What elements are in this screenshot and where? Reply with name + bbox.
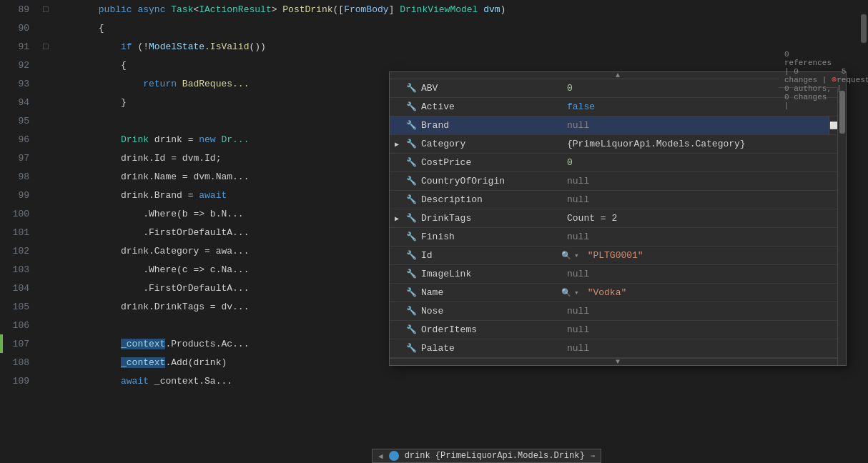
wrench-icon-brand: 🔧 <box>404 120 418 131</box>
debug-row-brand[interactable]: 🔧 Brand null ⬜ <box>390 116 846 135</box>
expand-icon-drinktags[interactable]: ▶ <box>390 214 404 223</box>
wrench-icon-nose: 🔧 <box>404 306 418 317</box>
debug-row-drinktags[interactable]: ▶ 🔧 DrinkTags Count = 2 <box>390 209 846 228</box>
debug-row-nose[interactable]: 🔧 Nose null <box>390 302 846 321</box>
prop-name-imagelink: ImageLink <box>418 269 561 279</box>
debug-row-finish[interactable]: 🔧 Finish null <box>390 228 846 247</box>
prop-name-brand: Brand <box>418 120 561 131</box>
prop-name-finish: Finish <box>418 231 561 242</box>
wrench-icon-name: 🔧 <box>404 287 418 298</box>
prop-name-id: Id <box>418 250 561 261</box>
wrench-icon-id: 🔧 <box>404 250 418 261</box>
debug-scrollbar[interactable] <box>837 88 846 365</box>
prop-value-category: {PrimeLiquorApi.Models.Category} <box>561 139 846 149</box>
prop-value-countryoforigin: null <box>561 176 846 186</box>
prop-value-palate: null <box>561 343 846 354</box>
fold-89[interactable]: □ <box>39 4 52 15</box>
scroll-down[interactable]: ▼ <box>390 358 846 365</box>
prop-value-orderitems: null <box>561 324 846 335</box>
debug-row-imagelink[interactable]: 🔧 ImageLink null <box>390 265 846 284</box>
prop-name-active: Active <box>418 101 561 112</box>
prop-name-orderitems: OrderItems <box>418 324 561 335</box>
resize-handle[interactable]: ⬜ <box>829 116 837 134</box>
code-line-91: 91 □ if (!ModelState.IsValid()) <box>0 37 868 56</box>
meta-text: 0 references | 0 changes | 0 authors, 0 … <box>784 50 832 110</box>
arrow-right-icon[interactable]: ➟ <box>591 452 596 461</box>
prop-name-name: Name <box>418 287 561 298</box>
arrow-left-icon[interactable]: ◀ <box>378 452 383 461</box>
code-line-89: 89 □ public async Task<IActionResult> Po… <box>0 0 868 19</box>
prop-value-brand: null <box>561 120 846 131</box>
debug-row-costprice[interactable]: 🔧 CostPrice 0 <box>390 154 846 172</box>
status-text: drink {PrimeLiquorApi.Models.Drink} <box>405 451 585 461</box>
debug-row-countryoforigin[interactable]: 🔧 CountryOfOrigin null <box>390 172 846 191</box>
prop-value-imagelink: null <box>561 269 846 279</box>
requests-text: 5 requests | <box>837 67 868 93</box>
prop-value-costprice: 0 <box>561 157 846 168</box>
wrench-icon-drinktags: 🔧 <box>404 213 418 224</box>
wrench-icon-finish: 🔧 <box>404 231 418 242</box>
scrollbar-thumb <box>839 91 845 134</box>
debug-row-id[interactable]: 🔧 Id 🔍 ▾ "PLTG0001" <box>390 247 846 265</box>
gutter-bar-107 <box>0 334 3 353</box>
dropdown-action-icon-id[interactable]: ▾ <box>574 251 579 260</box>
wrench-icon-description: 🔧 <box>404 194 418 205</box>
expand-icon-category[interactable]: ▶ <box>390 140 404 149</box>
prop-name-costprice: CostPrice <box>418 157 561 168</box>
wrench-icon-palate: 🔧 <box>404 343 418 354</box>
status-dot <box>389 451 399 461</box>
prop-value-drinktags: Count = 2 <box>561 213 846 224</box>
debug-row-palate[interactable]: 🔧 Palate null <box>390 339 846 358</box>
prop-name-drinktags: DrinkTags <box>418 213 561 224</box>
debug-meta-bar: 0 references | 0 changes | 0 authors, 0 … <box>779 72 837 88</box>
code-editor[interactable]: 89 □ public async Task<IActionResult> Po… <box>0 0 868 463</box>
prop-name-abv: ABV <box>418 83 561 94</box>
code-line-109: 109 await _context.Sa... <box>0 372 868 390</box>
prop-name-category: Category <box>418 139 561 149</box>
search-action-icon-name[interactable]: 🔍 <box>561 288 571 297</box>
wrench-icon-orderitems: 🔧 <box>404 324 418 335</box>
debug-row-abv[interactable]: 🔧 ABV 0 <box>390 79 846 98</box>
editor-scrollbar-thumb <box>861 14 867 43</box>
debug-row-orderitems[interactable]: 🔧 OrderItems null <box>390 321 846 339</box>
prop-value-finish: null <box>561 231 846 242</box>
dropdown-action-icon-name[interactable]: ▾ <box>574 288 579 297</box>
scroll-up[interactable]: ▲ <box>390 72 846 79</box>
prop-value-name: "Vodka" <box>582 287 627 298</box>
wrench-icon-costprice: 🔧 <box>404 157 418 168</box>
code-line-90: 90 { <box>0 19 868 37</box>
debug-row-name[interactable]: 🔧 Name 🔍 ▾ "Vodka" <box>390 284 846 302</box>
status-bar-popup: ◀ drink {PrimeLiquorApi.Models.Drink} ➟ <box>372 449 601 463</box>
prop-name-countryoforigin: CountryOfOrigin <box>418 176 561 186</box>
debug-row-description[interactable]: 🔧 Description null <box>390 191 846 209</box>
wrench-icon-countryoforigin: 🔧 <box>404 176 418 186</box>
error-icon: ⊗ <box>832 74 837 85</box>
prop-name-nose: Nose <box>418 306 561 317</box>
debug-row-active[interactable]: 🔧 Active false <box>390 98 846 116</box>
debug-rows: 🔧 ABV 0 🔧 Active false 🔧 Brand null ⬜ <box>390 79 846 358</box>
debug-variable-popup[interactable]: 0 references | 0 changes | 0 authors, 0 … <box>389 71 847 366</box>
search-action-icon-id[interactable]: 🔍 <box>561 251 571 260</box>
wrench-icon-category: 🔧 <box>404 139 418 149</box>
wrench-icon-abv: 🔧 <box>404 83 418 94</box>
fold-91[interactable]: □ <box>39 41 52 52</box>
wrench-icon-imagelink: 🔧 <box>404 269 418 279</box>
prop-value-id: "PLTG0001" <box>582 250 643 261</box>
debug-row-category[interactable]: ▶ 🔧 Category {PrimeLiquorApi.Models.Cate… <box>390 135 846 154</box>
prop-value-description: null <box>561 194 846 205</box>
wrench-icon-active: 🔧 <box>404 101 418 112</box>
prop-name-palate: Palate <box>418 343 561 354</box>
prop-value-nose: null <box>561 306 846 317</box>
prop-name-description: Description <box>418 194 561 205</box>
